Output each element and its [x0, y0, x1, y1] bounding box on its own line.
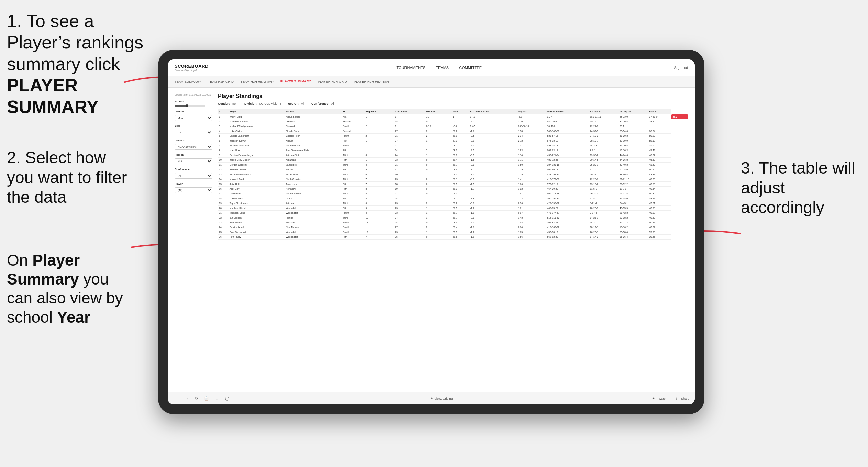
toolbar-reload-btn[interactable]: ↻ [193, 395, 200, 402]
table-cell-10-3: Third [342, 163, 364, 167]
table-cell-12-3: Third [342, 172, 364, 177]
view-label[interactable]: View: Original [434, 397, 453, 400]
table-cell-14-4: 7 [364, 182, 394, 187]
table-row[interactable]: 22Ian GilliganFloridaThird1024168.7-0.91… [218, 215, 688, 220]
table-row[interactable]: 21Taehoon SongWashingtonFourth423168.7-1… [218, 211, 688, 215]
table-cell-5-10: 674-33-12 [546, 138, 589, 143]
table-cell-2-3: Fourth [342, 124, 364, 129]
table-row[interactable]: 17David FordNorth CarolinaThird421069.0-… [218, 191, 688, 196]
table-cell-9-13: 46.62 [648, 158, 671, 163]
table-cell-16-6: 0 [425, 191, 452, 196]
table-cell-16-8: -0.2 [469, 191, 517, 196]
table-row[interactable]: 25Cole SherwoodVanderbiltFourth1223169.3… [218, 230, 688, 235]
share-label[interactable]: Share [681, 397, 689, 400]
slider-thumb[interactable] [186, 104, 188, 107]
bottom-toolbar: ← → ↻ 📋 ⋮ ◯ 👁 View: Original 👁 Watch | ⇧… [168, 392, 695, 404]
sign-out-link[interactable]: Sign out [674, 66, 688, 70]
table-cell-16-0: 17 [218, 191, 229, 196]
table-cell-20-10: 473-177-57 [546, 211, 589, 215]
nav-items: TOURNAMENTS TEAMS COMMITTEE [397, 64, 482, 71]
table-cell-7-6: 2 [425, 148, 452, 153]
table-cell-25-7: 68.6 [452, 235, 469, 240]
table-row[interactable]: 9Preston SummerhaysArizona StateThird324… [218, 153, 688, 158]
table-cell-14-0: 15 [218, 182, 229, 187]
filter-year-select[interactable]: (All) [175, 130, 212, 135]
table-cell-6-2: North Florida [285, 143, 342, 148]
table-row[interactable]: 24Bastien AmatNew MexicoFourth127269.4-1… [218, 225, 688, 230]
table-cell-8-8: -0.5 [469, 153, 517, 158]
table-cell-3-7: 68.2 [452, 129, 469, 134]
table-row[interactable]: 2Michael Le SassoOle MissSecond118067.1-… [218, 119, 688, 124]
table-cell-7-2: East Tennessee State [285, 148, 342, 153]
table-cell-6-10: 698-54-13 [546, 143, 589, 148]
table-cell-23-0: 24 [218, 225, 229, 230]
toolbar-copy-btn[interactable]: 📋 [202, 395, 211, 402]
table-row[interactable]: 11Gordon SargentVanderbiltThird421068.7-… [218, 163, 688, 167]
table-cell-10-8: -0.9 [469, 163, 517, 167]
table-cell-0-0: 1 [218, 114, 229, 119]
toolbar-back-btn[interactable]: ← [173, 396, 180, 402]
filter-gender-select[interactable]: Men [175, 115, 212, 121]
table-cell-15-12: 18-7-3 [619, 187, 648, 191]
table-row[interactable]: 12Brendan ValdesAuburnFifth537068.4-1.11… [218, 167, 688, 172]
table-cell-1-4: 1 [364, 119, 394, 124]
table-row[interactable]: 5Christo LamprechtGeorgia TechFourth2212… [218, 134, 688, 138]
table-cell-19-11: 20-25-9 [589, 206, 619, 211]
toolbar-forward-btn[interactable]: → [183, 396, 190, 402]
table-cell-3-11: 24-31-3 [589, 129, 619, 134]
filter-conference-label: Conference [175, 168, 212, 171]
table-row[interactable]: 1Wenyi DingArizona StateFirst1115167.1-3… [218, 114, 688, 119]
table-row[interactable]: 23Jack LundinMissouriFourth1124068.6-2.3… [218, 220, 688, 225]
app-header: SCOREBOARD Powered by dippd TOURNAMENTS … [168, 59, 695, 76]
table-cell-20-4: 4 [364, 211, 394, 215]
subnav-player-summary[interactable]: PLAYER SUMMARY [280, 78, 311, 85]
table-cell-13-3: Third [342, 177, 364, 182]
toolbar-paste-btn[interactable]: ⋮ [213, 395, 221, 402]
table-cell-8-9: 1.14 [517, 153, 546, 158]
table-cell-6-4: 1 [364, 143, 394, 148]
table-row[interactable]: 8Mats EgeEast Tennessee StateFifth124268… [218, 148, 688, 153]
toolbar-separator: | [671, 397, 671, 400]
nav-teams[interactable]: TEAMS [436, 64, 449, 71]
nav-committee[interactable]: COMMITTEE [459, 64, 482, 71]
table-row[interactable]: 15Jake HallTennesseeFifth718068.5-1.51.6… [218, 182, 688, 187]
subnav-player-h2h-grid[interactable]: PLAYER H2H GRID [318, 78, 347, 85]
filter-region-select[interactable]: N/A [175, 158, 212, 164]
watch-label[interactable]: Watch [658, 397, 667, 400]
table-row[interactable]: 20Matthew RiedelVanderbiltFifth923168.5-… [218, 206, 688, 211]
table-row[interactable]: 10Jacob Skov OlesenArkansasFifth123068.4… [218, 158, 688, 163]
nav-tournaments[interactable]: TOURNAMENTS [397, 64, 426, 71]
instruction-on-player: On Player Summary you can also view by s… [7, 251, 137, 327]
filter-player-select[interactable]: (All) [175, 187, 212, 193]
table-row[interactable]: 4Luke ClatonFlorida StateSecond127268.2-… [218, 129, 688, 134]
table-cell-14-9: 1.66 [517, 182, 546, 187]
subnav-team-summary[interactable]: TEAM SUMMARY [175, 78, 201, 85]
table-cell-19-1: Matthew Riedel [229, 206, 285, 211]
filter-conference-select[interactable]: (All) [175, 173, 212, 179]
logo-area: SCOREBOARD Powered by dippd [175, 64, 209, 72]
table-cell-9-1: Jacob Skov Olesen [229, 158, 285, 163]
table-row[interactable]: 19Tiger ChristensenArizonaThird523269.2-… [218, 201, 688, 206]
table-row[interactable]: 16Alex GoffKentuckyFifth819068.3-1.71.92… [218, 187, 688, 191]
table-row[interactable]: 18Luke PowellUCLAFirst424169.1-1.81.1350… [218, 196, 688, 201]
table-row[interactable]: 3Michael ThorbjornsenStanfordFourth2188.… [218, 124, 688, 129]
subnav-player-h2h-heatmap[interactable]: PLAYER H2H HEATMAP [354, 78, 390, 85]
table-cell-21-4: 10 [364, 215, 394, 220]
table-row[interactable]: 14Maxwell FordNorth CarolinaThird723069.… [218, 177, 688, 182]
table-cell-3-8: -1.6 [469, 129, 517, 134]
table-row[interactable]: 26Petr HrubyWashingtonFifth725068.6-1.81… [218, 235, 688, 240]
table-cell-9-4: 1 [364, 158, 394, 163]
table-row[interactable]: 13Phichaksn MaichonTexas A&MThird630169.… [218, 172, 688, 177]
table-cell-9-8: -1.5 [469, 158, 517, 163]
logo-sub: Powered by dippd [175, 69, 209, 72]
table-row[interactable]: 7Nicholas GabrelcikNorth FloridaFourth12… [218, 143, 688, 148]
filter-division-select[interactable]: NCAA Division I [175, 144, 212, 150]
col-vs-top50: Vs Top 50 [619, 109, 648, 114]
table-row[interactable]: 6Jackson KoivunAuburnFirst127167.3-2.02.… [218, 138, 688, 143]
subnav-team-h2h-grid[interactable]: TEAM H2H GRID [208, 78, 233, 85]
table-cell-18-5: 23 [394, 201, 425, 206]
toolbar-clock-btn[interactable]: ◯ [223, 395, 231, 402]
subnav-team-h2h-heatmap[interactable]: TEAM H2H HEATMAP [241, 78, 274, 85]
table-cell-3-9: 1.98 [517, 129, 546, 134]
table-cell-7-3: Fifth [342, 148, 364, 153]
